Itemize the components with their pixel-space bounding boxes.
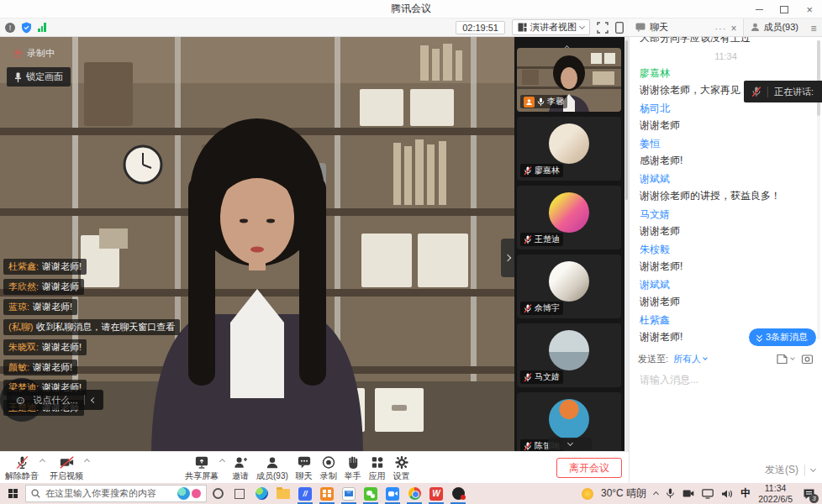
- mic-muted-icon: [524, 166, 532, 176]
- participant-name: 廖嘉林: [535, 165, 560, 176]
- danmaku-input-bar[interactable]: 说点什么...: [7, 390, 103, 410]
- chat-message: 谢斌斌谢谢徐老师的讲授，获益良多！: [640, 171, 812, 204]
- tray-mic-icon[interactable]: [666, 488, 675, 499]
- members-icon: [751, 23, 760, 32]
- tencent-meeting-icon: [386, 487, 399, 501]
- tray-volume-icon[interactable]: [721, 489, 733, 499]
- maximize-icon: [780, 6, 788, 13]
- avatar: [549, 123, 589, 164]
- leave-meeting-button[interactable]: 离开会议: [556, 458, 622, 478]
- participant-tile[interactable]: 马文婧: [517, 323, 621, 387]
- emoji-icon[interactable]: [14, 392, 26, 407]
- raise-hand-button[interactable]: 举手: [345, 454, 361, 482]
- video-options-icon[interactable]: [84, 459, 90, 465]
- weather-text[interactable]: 30°C 晴朗: [601, 486, 646, 501]
- chevron-down-icon: [703, 355, 708, 360]
- taskbar-tencent-meeting[interactable]: [382, 483, 403, 504]
- chevron-down-icon[interactable]: [790, 355, 795, 360]
- collapse-left-icon[interactable]: [91, 396, 97, 402]
- speaking-toast: 正在讲话:: [744, 81, 822, 102]
- taskbar-wps[interactable]: W: [425, 483, 447, 504]
- chat-more-icon[interactable]: [714, 20, 726, 35]
- danmaku-input-placeholder[interactable]: 说点什么...: [33, 394, 77, 407]
- participant-name: 佘博宇: [535, 302, 560, 314]
- taskbar-task-view[interactable]: [229, 483, 250, 504]
- screenshot-icon[interactable]: [801, 353, 814, 365]
- new-messages-badge[interactable]: 3条新消息: [749, 328, 816, 346]
- fullscreen-icon[interactable]: [597, 22, 609, 34]
- record-button[interactable]: 录制: [320, 454, 337, 482]
- taskbar-app-blue[interactable]: //: [294, 483, 316, 504]
- share-screen-button[interactable]: 共享屏幕: [185, 454, 219, 482]
- chat-message-input[interactable]: [630, 372, 822, 387]
- notification-center-button[interactable]: 3: [800, 486, 817, 502]
- taskbar-music-app[interactable]: [447, 483, 469, 504]
- taskbar-mail[interactable]: [338, 483, 360, 504]
- participant-tile[interactable]: 王楚迪: [517, 186, 621, 249]
- mic-muted-icon: [751, 87, 761, 97]
- ime-indicator[interactable]: 中: [740, 486, 751, 501]
- minimize-button[interactable]: [746, 0, 772, 18]
- send-button[interactable]: 发送(S): [765, 463, 798, 477]
- gear-icon: [393, 454, 410, 470]
- send-options-icon[interactable]: [810, 466, 816, 472]
- participant-name: 李馨: [547, 96, 564, 108]
- notification-count-badge: 3: [809, 494, 819, 503]
- wechat-icon: [364, 487, 377, 501]
- taskbar-chrome[interactable]: [403, 483, 425, 504]
- taskbar-edge[interactable]: [250, 483, 272, 504]
- mic-options-icon[interactable]: [40, 459, 45, 465]
- meeting-toolbar: ! 02:19:51 演讲者视图: [0, 18, 629, 37]
- invite-button[interactable]: 邀请: [232, 454, 249, 482]
- main-video-speaker[interactable]: 录制中 锁定画面 杜紫鑫:谢谢老师! 李欣然:谢谢老师 蓝琼:谢谢老师! (私聊…: [0, 37, 514, 451]
- share-options-icon[interactable]: [219, 459, 225, 465]
- unmute-button[interactable]: 解除静音: [5, 454, 39, 482]
- expand-strip-handle[interactable]: [501, 239, 514, 277]
- meeting-info-icon[interactable]: !: [5, 23, 15, 33]
- search-highlight-globe-icon: [177, 487, 190, 500]
- phone-device-icon[interactable]: [615, 22, 624, 34]
- taskbar-file-explorer[interactable]: [272, 483, 294, 504]
- taskbar-search[interactable]: 在这里输入你要搜索的内容: [25, 485, 207, 502]
- settings-button[interactable]: 设置: [393, 454, 410, 482]
- participant-tile[interactable]: 廖嘉林: [517, 117, 621, 181]
- chat-button[interactable]: 聊天: [296, 454, 313, 482]
- members-icon: [264, 454, 281, 470]
- tab-members[interactable]: 成员(93): [743, 18, 805, 36]
- view-mode-selector[interactable]: 演讲者视图: [512, 19, 590, 35]
- chat-message: 杨司北谢谢老师: [640, 100, 812, 134]
- members-button[interactable]: 成员(93): [256, 454, 288, 482]
- apps-button[interactable]: 应用: [369, 454, 386, 482]
- participant-tile[interactable]: 佘博宇: [517, 255, 621, 318]
- strip-scroll-down[interactable]: [548, 438, 592, 450]
- chat-history-icon[interactable]: [776, 353, 788, 365]
- mic-muted-icon: [524, 442, 532, 451]
- chat-close-icon[interactable]: [730, 20, 736, 35]
- start-button[interactable]: [0, 483, 25, 504]
- tray-camera-icon[interactable]: [682, 489, 694, 498]
- window-titlebar: 腾讯会议: [0, 0, 822, 18]
- taskbar-clock[interactable]: 11:34 2022/6/5: [758, 483, 793, 503]
- hidden-icons-chevron[interactable]: [653, 491, 659, 497]
- start-video-button[interactable]: 开启视频: [50, 454, 83, 482]
- camera-muted-icon: [58, 454, 76, 470]
- pin-video-button[interactable]: 锁定画面: [7, 67, 71, 87]
- music-app-icon: [452, 487, 465, 500]
- panel-menu-button[interactable]: [805, 20, 822, 35]
- tray-display-icon[interactable]: [702, 489, 714, 499]
- participant-tile-speaker[interactable]: 李馨: [517, 48, 621, 112]
- send-to-selector[interactable]: 所有人: [673, 353, 707, 365]
- taskbar-cortana[interactable]: [207, 483, 229, 504]
- taskbar-store-app[interactable]: [316, 483, 338, 504]
- taskbar-wechat[interactable]: [360, 483, 382, 504]
- invite-icon: [232, 454, 249, 470]
- search-highlight-heart-icon: [192, 489, 201, 498]
- mic-muted-icon: [524, 373, 532, 382]
- maximize-button[interactable]: [772, 0, 797, 18]
- tab-chat[interactable]: 聊天: [629, 18, 743, 36]
- weather-icon[interactable]: [582, 488, 593, 500]
- security-shield-icon[interactable]: [21, 22, 32, 34]
- search-icon: [31, 489, 40, 498]
- close-button[interactable]: [797, 0, 822, 18]
- network-signal-icon[interactable]: [38, 23, 46, 32]
